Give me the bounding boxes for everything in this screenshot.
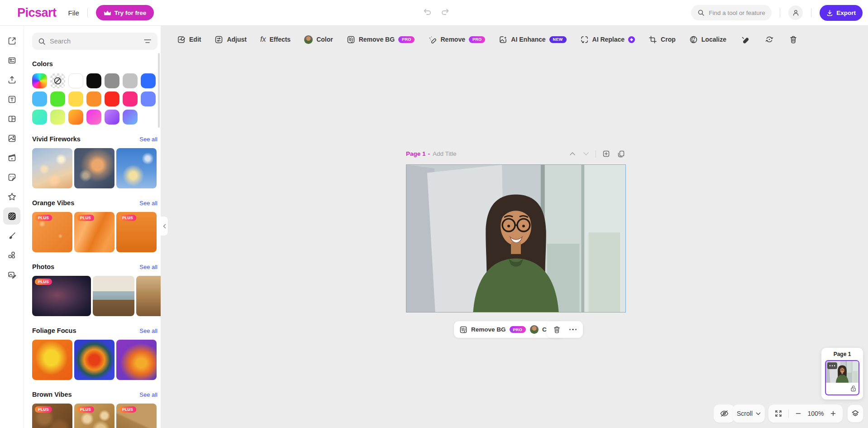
photo-editor-icon[interactable] [3,266,20,283]
video-icon[interactable] [3,149,20,166]
zoom-in-button[interactable] [829,409,837,418]
export-button[interactable]: Export [820,5,863,21]
delete-button[interactable] [788,34,798,45]
color-swatch[interactable] [105,91,119,106]
remove-bg-quick-button[interactable]: Remove BG PRO [459,326,526,334]
background-thumbnail[interactable] [32,148,72,188]
rainbow-swatch[interactable] [32,73,47,88]
panel-collapse-handle[interactable] [161,216,168,236]
background-thumbnail[interactable]: PLUS [116,212,157,252]
gradient-swatch[interactable] [32,110,47,125]
resize-icon[interactable] [3,32,20,49]
background-thumbnail[interactable] [74,148,114,188]
find-tool-input[interactable] [709,10,768,16]
color-swatch[interactable] [86,73,101,88]
color-swatch[interactable] [86,91,101,106]
elements-icon[interactable] [3,246,20,264]
fit-screen-button[interactable] [774,409,783,418]
see-all-link[interactable]: See all [139,264,157,270]
photos-icon[interactable] [3,130,20,147]
draw-icon[interactable] [3,227,20,244]
gradient-swatch[interactable] [86,110,101,125]
background-thumbnail[interactable] [93,276,134,316]
ai-replace-button[interactable]: AI Replace [580,35,635,44]
text-icon[interactable] [3,91,20,108]
filter-icon[interactable] [143,38,152,44]
star-icon[interactable] [3,188,20,205]
background-thumbnail[interactable] [136,276,161,316]
panel-search-input[interactable] [50,38,136,45]
remove-button[interactable]: Remove PRO [428,35,485,44]
background-thumbnail[interactable]: PLUS [32,404,72,428]
background-thumbnail[interactable]: PLUS [32,276,91,316]
panel-scrollbar[interactable] [158,53,160,128]
background-thumbnail[interactable]: PLUS [74,212,114,252]
background-thumbnail[interactable] [74,340,114,380]
gradient-swatch[interactable] [105,110,119,125]
page-more-button[interactable] [827,362,837,369]
edit-button[interactable]: Edit [177,35,201,44]
background-thumbnail[interactable]: PLUS [32,212,72,252]
layers-button[interactable] [847,404,863,423]
color-swatch[interactable] [141,73,156,88]
background-thumbnail[interactable] [32,340,72,380]
move-page-down-button[interactable] [582,151,590,157]
color-swatch[interactable] [32,91,47,106]
user-avatar-button[interactable] [788,5,803,20]
zoom-out-button[interactable] [794,409,802,418]
sticker-icon[interactable] [3,168,20,186]
backgrounds-icon[interactable] [3,207,20,225]
page-thumbnail[interactable] [825,360,859,395]
hide-ui-button[interactable] [714,404,734,423]
color-swatch[interactable] [68,91,83,106]
panel-search[interactable] [32,33,157,50]
zoom-level[interactable]: 100% [807,410,825,417]
add-page-button[interactable] [601,149,611,159]
crop-button[interactable]: Crop [649,35,676,44]
see-all-link[interactable]: See all [139,391,157,398]
delete-selection-button[interactable] [549,323,564,336]
redo-button[interactable] [440,6,451,17]
page-title-placeholder[interactable]: Add Title [433,150,457,157]
color-swatch[interactable] [123,73,138,88]
gradient-swatch[interactable] [123,110,138,125]
file-menu[interactable]: File [68,9,79,17]
try-for-free-button[interactable]: Try for free [96,5,154,20]
canvas-image[interactable] [406,164,626,313]
undo-button[interactable] [422,6,433,17]
background-thumbnail[interactable]: PLUS [116,404,157,428]
page-label[interactable]: Page 1 [406,150,426,157]
ai-enhance-button[interactable]: AI Enhance NEW [499,35,566,44]
background-thumbnail[interactable]: PLUS [74,404,114,428]
background-thumbnail[interactable] [116,340,157,380]
move-page-up-button[interactable] [568,151,577,157]
find-tool-search[interactable] [691,5,772,20]
no-color-swatch[interactable] [50,73,65,88]
color-button[interactable]: Color [304,35,333,44]
background-thumbnail[interactable] [116,148,157,188]
color-swatch[interactable] [141,91,156,106]
scroll-mode-dropdown[interactable]: Scroll [733,404,765,423]
duplicate-page-button[interactable] [616,149,626,159]
flip-rotate-button[interactable] [764,34,775,45]
layout-icon[interactable] [3,110,20,127]
picsart-logo[interactable]: Picsart [17,6,57,20]
adjust-button[interactable]: Adjust [215,35,247,44]
color-swatch[interactable] [105,73,119,88]
see-all-link[interactable]: See all [139,327,157,334]
templates-icon[interactable] [3,52,20,69]
upload-icon[interactable] [3,71,20,88]
see-all-link[interactable]: See all [139,200,157,207]
gradient-swatch[interactable] [50,110,65,125]
see-all-link[interactable]: See all [139,136,157,143]
color-swatch[interactable] [50,91,65,106]
localize-button[interactable]: Localize [689,35,726,44]
eraser-tool-button[interactable] [740,34,750,45]
color-swatch[interactable] [123,91,138,106]
gradient-swatch[interactable] [68,110,83,125]
remove-bg-button[interactable]: Remove BG PRO [347,35,415,44]
more-options-button[interactable] [566,323,580,336]
unlock-button[interactable] [850,385,857,393]
effects-button[interactable]: fx Effects [260,35,291,43]
color-swatch[interactable] [68,73,83,88]
